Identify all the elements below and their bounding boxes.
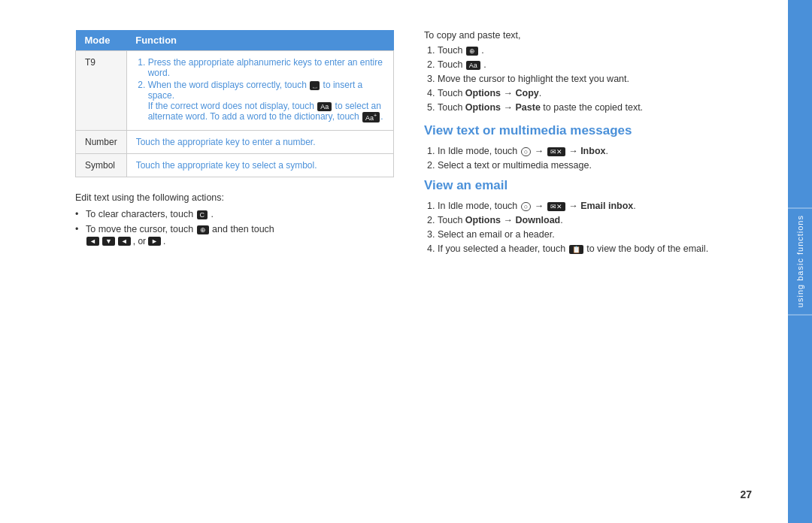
email-step-3: Select an email or a header. xyxy=(438,229,743,240)
alt-word-icon: Aa xyxy=(317,102,332,111)
cursor-icon: ⊕ xyxy=(197,225,209,234)
right-column: To copy and paste text, Touch ⊕ . Touch … xyxy=(424,30,743,493)
copy-paste-intro: To copy and paste text, xyxy=(424,30,743,41)
side-tab-divider-bottom xyxy=(788,314,812,316)
view-messages-steps: In Idle mode, touch ○ → ✉✕ → Inbox. Sele… xyxy=(424,146,743,171)
nav-icons: ◄ ▼ ◄ , or ► . xyxy=(86,236,165,246)
copy-paste-section: To copy and paste text, Touch ⊕ . Touch … xyxy=(424,30,743,113)
left-column: Mode Function T9 Press the appropriate a… xyxy=(75,30,394,493)
msg-step-1: In Idle mode, touch ○ → ✉✕ → Inbox. xyxy=(438,146,743,156)
msg-step-2: Select a text or multimedia message. xyxy=(438,160,743,171)
table-row: Number Touch the appropriate key to ente… xyxy=(76,130,394,153)
function-t9: Press the appropriate alphanumeric keys … xyxy=(126,51,393,131)
mode-symbol: Symbol xyxy=(76,153,127,177)
step-2: Touch Aa . xyxy=(438,59,743,70)
table-header-function: Function xyxy=(126,30,393,51)
email-step-4: If you selected a header, touch 📋 to vie… xyxy=(438,243,743,254)
left-arrow-icon: ◄ xyxy=(86,237,99,246)
clear-icon: C xyxy=(197,210,208,219)
msg-icon: ✉✕ xyxy=(547,147,565,156)
home-icon-2: ○ xyxy=(521,202,531,211)
space-icon: ⎵ xyxy=(310,81,320,90)
table-row: Symbol Touch the appropriate key to sele… xyxy=(76,153,394,177)
copy-icon-2: Aa xyxy=(466,61,480,70)
email-icon: ✉✕ xyxy=(547,202,565,211)
left-arrow2-icon: ◄ xyxy=(118,237,131,246)
step-3: Move the cursor to highlight the text yo… xyxy=(438,74,743,84)
view-messages-heading: View text or multimedia messages xyxy=(424,123,743,138)
page-number: 27 xyxy=(740,488,752,500)
mode-function-table: Mode Function T9 Press the appropriate a… xyxy=(75,30,394,177)
side-tab-divider-top xyxy=(788,207,812,209)
page-container: Mode Function T9 Press the appropriate a… xyxy=(0,0,812,523)
view-email-steps: In Idle mode, touch ○ → ✉✕ → Email inbox… xyxy=(424,201,743,254)
mode-t9: T9 xyxy=(76,51,127,131)
function-number: Touch the appropriate key to enter a num… xyxy=(126,130,393,153)
bullet-clear: To clear characters, touch C . xyxy=(75,209,394,219)
step-4: Touch Options → Copy. xyxy=(438,88,743,98)
copy-icon-1: ⊕ xyxy=(466,47,478,56)
dict-icon: Aa+ xyxy=(362,112,380,122)
mode-number: Number xyxy=(76,130,127,153)
copy-paste-steps: Touch ⊕ . Touch Aa . Move the cursor to … xyxy=(424,45,743,113)
step-1: Touch ⊕ . xyxy=(438,45,743,56)
view-body-icon: 📋 xyxy=(569,245,583,254)
email-section: View an email In Idle mode, touch ○ → ✉✕… xyxy=(424,178,743,254)
right-arrow-icon: ► xyxy=(148,237,161,246)
edit-text-heading: Edit text using the following actions: xyxy=(75,192,394,203)
view-email-heading: View an email xyxy=(424,178,743,193)
email-step-1: In Idle mode, touch ○ → ✉✕ → Email inbox… xyxy=(438,201,743,211)
step-5: Touch Options → Paste to paste the copie… xyxy=(438,102,743,113)
main-content: Mode Function T9 Press the appropriate a… xyxy=(0,0,788,523)
side-tab-label: using basic functions xyxy=(795,215,804,307)
bullet-cursor: To move the cursor, touch ⊕ and then tou… xyxy=(75,224,394,246)
table-row: T9 Press the appropriate alphanumeric ke… xyxy=(76,51,394,131)
table-header-mode: Mode xyxy=(76,30,127,51)
messages-section: View text or multimedia messages In Idle… xyxy=(424,123,743,171)
email-step-2: Touch Options → Download. xyxy=(438,215,743,225)
function-symbol: Touch the appropriate key to select a sy… xyxy=(126,153,393,177)
edit-text-bullets: To clear characters, touch C . To move t… xyxy=(75,209,394,246)
down-arrow-icon: ▼ xyxy=(102,237,115,246)
home-icon: ○ xyxy=(521,147,531,156)
edit-text-section: Edit text using the following actions: T… xyxy=(75,192,394,246)
side-tab: using basic functions xyxy=(788,0,812,523)
